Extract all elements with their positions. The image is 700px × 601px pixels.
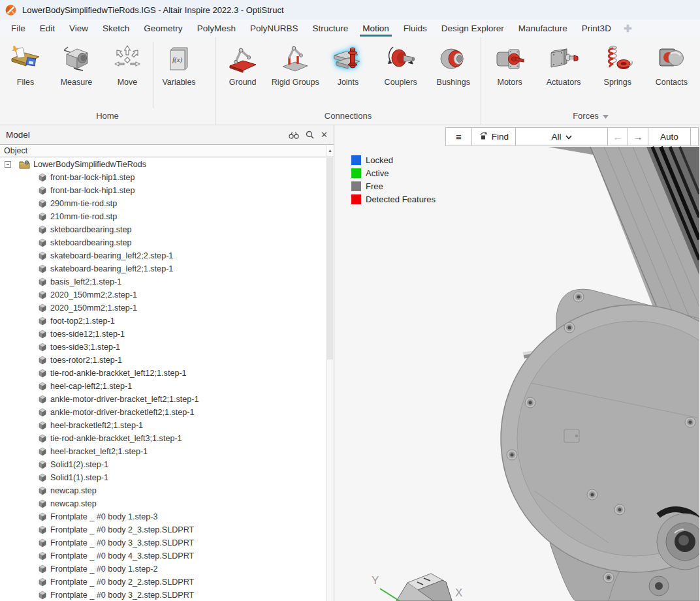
actuators-icon (547, 42, 581, 76)
tree-item-row[interactable]: foot-top2;1.step-1 (0, 315, 326, 328)
ribbon-button-couplers[interactable]: Couplers (375, 40, 426, 87)
legend-label: Active (366, 168, 389, 178)
close-icon[interactable]: ✕ (321, 131, 328, 139)
tree-item-label: Frontplate _ #0 body 1.step-2 (50, 564, 158, 574)
menu-item-view[interactable]: View (62, 20, 95, 37)
menu-item-print3d[interactable]: Print3D (575, 20, 618, 37)
tree-item-row[interactable]: skateboard-bearing_left2;2.step-1 (0, 249, 326, 262)
viewport-3d[interactable]: Y X ≡ Find All ← (334, 125, 700, 601)
part-cube-icon (38, 225, 47, 234)
part-cube-icon (38, 447, 47, 456)
plus-icon[interactable]: ✚ (618, 20, 637, 37)
tree-item-row[interactable]: Frontplate _ #0 body 4_3.step.SLDPRT (0, 549, 326, 562)
tree-item-row[interactable]: 2020_150mm2;1.step-1 (0, 301, 326, 315)
find-toolbar: ≡ Find All ← → Auto (446, 127, 699, 146)
part-cube-icon (38, 356, 47, 365)
ribbon-group-home: FilesMeasureMovef(x)VariablesHome (0, 37, 215, 125)
find-button[interactable]: Find (471, 127, 516, 146)
ribbon-button-bushings[interactable]: Bushings (428, 40, 479, 87)
contacts-icon (654, 42, 688, 76)
ribbon-button-label: Couplers (385, 78, 417, 87)
menu-item-structure[interactable]: Structure (305, 20, 355, 37)
ribbon-button-rigid-groups[interactable]: Rigid Groups (270, 40, 321, 87)
ribbon-button-variables[interactable]: f(x)Variables (153, 40, 204, 87)
part-cube-icon (38, 395, 47, 404)
tree-item-row[interactable]: heel-cap-left2;1.step-1 (0, 380, 326, 393)
find-filter-dropdown[interactable]: All (515, 127, 608, 146)
tree-item-row[interactable]: ankle-motor-driver-bracketleft2;1.step-1 (0, 406, 326, 419)
menu-item-sketch[interactable]: Sketch (95, 20, 136, 37)
ribbon-group-label-forces[interactable]: Forces (481, 111, 700, 121)
tree-item-row[interactable]: 290mm-tie-rod.stp (0, 197, 326, 210)
tree-item-row[interactable]: heel-bracket_left2;1.step-1 (0, 445, 326, 458)
tree-item-row[interactable]: tie-rod-ankle-brackket_left12;1.step-1 (0, 367, 326, 380)
tree-item-row[interactable]: newcap.step (0, 497, 326, 510)
group-dropdown-caret-icon[interactable] (603, 111, 609, 121)
find-previous-button[interactable]: ← (607, 127, 628, 146)
tree-item-row[interactable]: Frontplate _ #0 body 1.step-2 (0, 562, 326, 576)
toolbar-menu-button[interactable]: ≡ (445, 127, 472, 146)
ribbon-button-motors[interactable]: Motors (485, 40, 535, 87)
tree-root-row[interactable]: LowerBodySimplifiedwTieRods (0, 158, 326, 171)
tree-item-row[interactable]: 2020_150mm2;2.step-1 (0, 288, 326, 301)
auto-button[interactable]: Auto (648, 127, 691, 146)
tree-item-row[interactable]: newcap.step (0, 484, 326, 497)
collapse-expander-icon[interactable] (5, 161, 11, 168)
tree-item-row[interactable]: Frontplate _ #0 body 2_2.step.SLDPRT (0, 576, 326, 589)
tree-item-label: Frontplate _ #0 body 3_3.step.SLDPRT (50, 538, 194, 547)
arrow-right-icon: → (633, 131, 643, 142)
tree-item-row[interactable]: front-bar-lock-hip1.step (0, 171, 326, 184)
tree-item-row[interactable]: toes-side3;1.step-1 (0, 341, 326, 354)
ribbon-button-springs[interactable]: Springs (592, 40, 643, 87)
part-cube-icon (38, 538, 47, 547)
tree-item-row[interactable]: Frontplate _ #0 body 1.step-3 (0, 510, 326, 523)
tree-item-row[interactable]: toes-rotor2;1.step-1 (0, 354, 326, 367)
tree-item-row[interactable]: front-bar-lock-hip1.step (0, 184, 326, 197)
ribbon-button-measure[interactable]: Measure (51, 40, 102, 87)
tree-item-row[interactable]: tie-rod-ankle-brackket_left3;1.step-1 (0, 432, 326, 445)
menu-item-polynurbs[interactable]: PolyNURBS (243, 20, 306, 37)
tree-column-header[interactable]: Object (0, 144, 326, 157)
tree-item-row[interactable]: Solid1(1).step-1 (0, 471, 326, 484)
ribbon-button-files[interactable]: Files (0, 40, 51, 87)
axis-y-label: Y (372, 574, 379, 587)
menu-item-manufacture[interactable]: Manufacture (511, 20, 575, 37)
ribbon-button-ground[interactable]: Ground (217, 40, 268, 87)
ribbon-button-contacts[interactable]: Contacts (646, 40, 697, 87)
tree-item-label: Solid1(1).step-1 (50, 473, 108, 482)
tree-scrollbar[interactable]: ▲ (326, 144, 334, 601)
tree-item-row[interactable]: toes-side12;1.step-1 (0, 328, 326, 341)
tree-item-row[interactable]: Frontplate _ #0 body 3_2.step.SLDPRT (0, 589, 326, 601)
tree-item-row[interactable]: ankle-motor-driver-bracket_left2;1.step-… (0, 393, 326, 406)
scrollbar-thumb[interactable] (327, 157, 333, 360)
part-cube-icon (38, 343, 47, 352)
tree-item-row[interactable]: skteboardbearing.step (0, 236, 326, 249)
menu-item-geometry[interactable]: Geometry (136, 20, 189, 37)
ribbon-button-actuators[interactable]: Actuators (538, 40, 589, 87)
tree-item-row[interactable]: Frontplate _ #0 body 3_3.step.SLDPRT (0, 536, 326, 549)
scrollbar-up-icon[interactable]: ▲ (326, 145, 334, 157)
find-next-button[interactable]: → (628, 127, 648, 146)
tree-item-label: ankle-motor-driver-bracket_left2;1.step-… (50, 395, 199, 404)
tree-item-row[interactable]: skteboardbearing.step (0, 223, 326, 236)
magnifier-icon[interactable] (306, 131, 314, 139)
ribbon-button-move[interactable]: Move (102, 40, 153, 87)
menu-item-design-explorer[interactable]: Design Explorer (434, 20, 511, 37)
binoculars-icon[interactable] (289, 131, 299, 139)
tree-item-row[interactable]: Frontplate _ #0 body 2_3.step.SLDPRT (0, 523, 326, 536)
tree-item-row[interactable]: 210mm-tie-rod.stp (0, 210, 326, 223)
toolbar-partial-button[interactable] (690, 127, 699, 146)
menu-item-file[interactable]: File (4, 20, 33, 37)
menu-item-fluids[interactable]: Fluids (396, 20, 434, 37)
tree-item-label: tie-rod-ankle-brackket_left3;1.step-1 (50, 434, 182, 443)
tree-item-row[interactable]: heel-bracketleft2;1.step-1 (0, 419, 326, 432)
ribbon-button-joints[interactable]: Joints (323, 40, 374, 87)
menu-item-edit[interactable]: Edit (33, 20, 62, 37)
menu-item-motion[interactable]: Motion (355, 20, 396, 37)
window-title: LowerBodySimplifiedwTieRods.IGS - Altair… (22, 5, 284, 15)
menu-item-polymesh[interactable]: PolyMesh (190, 20, 243, 37)
tree-item-row[interactable]: basis_left2;1.step-1 (0, 275, 326, 288)
legend-label: Free (366, 181, 383, 191)
tree-item-row[interactable]: skateboard-bearing_left2;1.step-1 (0, 262, 326, 275)
tree-item-row[interactable]: Solid1(2).step-1 (0, 458, 326, 471)
